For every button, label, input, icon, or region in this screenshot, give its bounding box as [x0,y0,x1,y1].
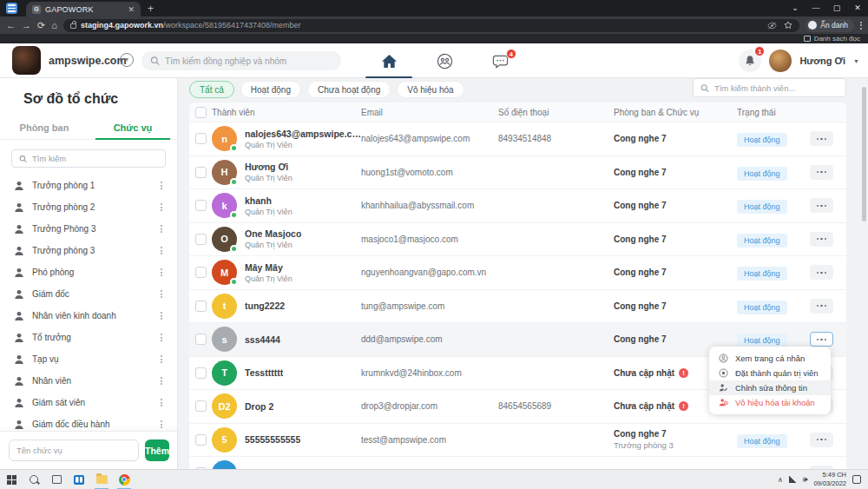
user-name[interactable]: Hương Ơi [799,56,845,66]
taskbar-search-button[interactable] [23,470,45,489]
position-menu-icon[interactable] [158,287,165,301]
filter-chip[interactable]: Hoạt động [240,81,301,98]
table-row[interactable]: n nalojes643@ampswipe.com Quản Trị Viên … [189,122,846,155]
tab-phong-ban[interactable]: Phòng ban [0,117,89,139]
store-icon[interactable] [68,470,90,489]
row-actions-button[interactable] [810,131,833,146]
sidebar-position-item[interactable]: Trưởng phòng 1 [0,175,177,196]
position-menu-icon[interactable] [158,418,165,431]
filter-chip[interactable]: Tất cả [189,81,234,98]
workspace-name[interactable]: ampswipe.com [49,55,127,67]
add-position-button[interactable]: Thêm [145,439,169,461]
member-name[interactable]: sss4444 [245,334,280,345]
row-actions-button[interactable] [810,265,833,280]
position-menu-icon[interactable] [158,353,165,366]
user-avatar[interactable] [769,50,792,72]
position-menu-icon[interactable] [158,266,165,279]
tab-chuc-vu[interactable]: Chức vụ [89,117,177,139]
member-name[interactable]: Mây Mây [245,262,293,273]
sidebar-position-item[interactable]: Nhân viên kinh doanh [0,305,177,327]
forward-button[interactable]: → [22,21,31,30]
new-tab-button[interactable]: + [148,3,154,15]
sidebar-position-item[interactable]: Tổ trưởng [0,327,177,348]
member-name[interactable]: khanh [245,195,293,206]
window-dropdown-icon[interactable]: ⌄ [785,0,806,17]
table-row[interactable]: H Hương Ơi Quản Trị Viên huong1st@vomoto… [189,155,846,189]
position-menu-icon[interactable] [158,309,165,322]
member-name[interactable]: One Masjoco [245,228,301,239]
row-checkbox[interactable] [195,167,207,178]
global-search[interactable] [141,51,341,70]
position-menu-icon[interactable] [158,374,165,387]
member-name[interactable]: 55555555555 [245,434,300,445]
context-menu-item[interactable]: Đặt thành quản trị viên [709,366,831,380]
row-actions-button[interactable] [810,433,833,447]
back-button[interactable]: ← [6,21,16,30]
row-checkbox[interactable] [195,434,207,446]
browser-menu-button[interactable] [860,22,862,30]
notification-center-icon[interactable] [852,475,861,484]
context-menu-item[interactable]: Chỉnh sửa thông tin [709,380,831,395]
address-bar[interactable]: staging4.gapowork.vn/workspace/581956417… [63,19,799,32]
select-all-checkbox[interactable] [195,107,207,118]
clock[interactable]: 5:49 CH 09/03/2022 [813,471,846,488]
filter-chip[interactable]: Vô hiệu hóa [397,81,464,98]
home-button[interactable]: ⌂ [51,21,57,30]
table-row[interactable]: M Mây Mây Quản Trị Viên nguyenhoangvan@g… [189,255,846,289]
position-menu-icon[interactable] [158,244,165,257]
sidebar-position-item[interactable]: Trưởng Phòng 3 [0,218,177,240]
member-search[interactable] [693,78,846,97]
workspace-switcher-icon[interactable]: ▾ [120,53,134,67]
nav-people-tab[interactable] [427,43,462,78]
network-icon[interactable] [789,476,797,483]
sidebar-position-item[interactable]: Tạp vụ [0,348,177,370]
filter-chip[interactable]: Chưa hoạt động [307,81,391,98]
row-actions-button[interactable] [810,232,833,247]
table-row[interactable] [189,456,846,469]
reload-button[interactable]: ⟳ [37,21,45,30]
context-menu-item[interactable]: Vô hiệu hóa tài khoản [709,395,831,410]
nav-chat-tab[interactable]: 4 [483,43,517,78]
row-checkbox[interactable] [195,334,207,345]
chrome-icon[interactable] [113,470,135,489]
row-actions-button[interactable] [810,165,833,180]
sidebar-position-item[interactable]: Phó phòng [0,261,177,283]
close-button[interactable]: ✕ [847,0,868,17]
position-menu-icon[interactable] [158,331,165,344]
position-menu-icon[interactable] [158,179,165,192]
user-menu-caret-icon[interactable]: ▼ [853,58,859,64]
sidebar-position-item[interactable]: Trưởng phòng 2 [0,196,177,218]
nav-home-tab[interactable] [372,43,406,78]
member-name[interactable]: tung2222 [245,301,285,311]
table-row[interactable]: t tung2222 tung@ampswipe.com Cong nghe 7… [189,289,846,323]
workspace-logo[interactable] [12,46,41,75]
table-row[interactable]: O One Masjoco Quản Trị Viên masjoco1@mas… [189,222,846,256]
tray-chevron-icon[interactable]: ∧ [778,476,783,484]
sidebar-position-item[interactable]: Giám sát viên [0,392,177,413]
sidebar-position-item[interactable]: Nhân viên [0,370,177,392]
member-name[interactable]: Drop 2 [245,401,273,412]
reading-list-label[interactable]: Danh sách đọc [814,35,860,43]
reading-mode-icon[interactable] [767,22,777,30]
task-view-button[interactable] [45,470,68,489]
position-menu-icon[interactable] [158,396,165,409]
minimize-button[interactable]: — [806,0,826,17]
table-row[interactable]: k khanh Quản Trị Viên khanhhailua@abyssm… [189,188,846,222]
sidebar-search-input[interactable] [32,154,158,163]
sidebar-position-item[interactable]: Trưởng phòng 3 [0,240,177,261]
tab-close-icon[interactable]: ✕ [128,5,135,14]
row-checkbox[interactable] [195,234,207,245]
member-name[interactable]: nalojes643@ampswipe.com [245,129,361,139]
row-checkbox[interactable] [195,301,207,312]
row-actions-button[interactable] [810,299,833,314]
incognito-badge[interactable]: Ẩn danh [806,19,854,32]
page-scrollbar[interactable] [862,87,866,221]
row-actions-button[interactable] [810,198,833,213]
sidebar-position-item[interactable]: Giám đốc [0,283,177,305]
position-menu-icon[interactable] [158,222,165,235]
notifications-button[interactable]: 1 [739,50,761,72]
context-menu-item[interactable]: Xem trang cá nhân [709,351,831,366]
browser-logo-icon[interactable] [6,3,17,14]
member-name[interactable]: Tesstttttt [245,367,283,378]
row-checkbox[interactable] [195,400,207,412]
